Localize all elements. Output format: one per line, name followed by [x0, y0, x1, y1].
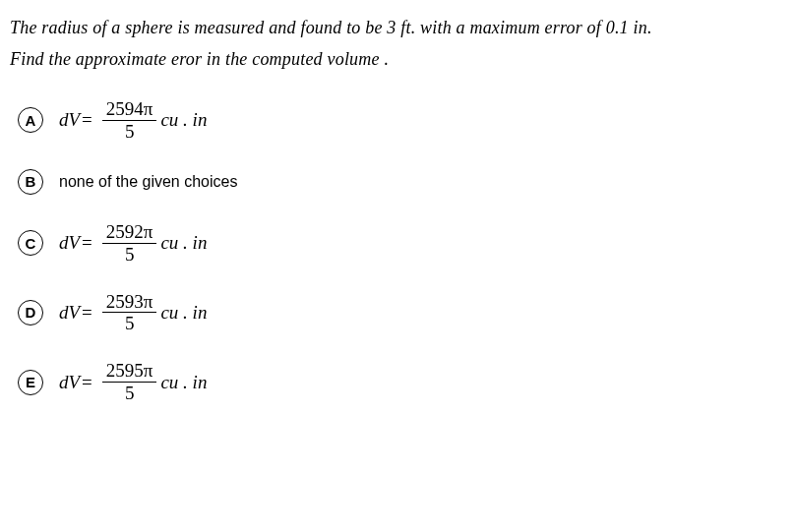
choice-c-fraction: 2592π 5 — [102, 222, 157, 265]
choice-a-unit: cu . in — [160, 109, 207, 131]
choice-b[interactable]: B none of the given choices — [18, 169, 784, 195]
choices-list: A dV = 2594π 5 cu . in B none of the giv… — [10, 99, 784, 404]
question-line-1: The radius of a sphere is measured and f… — [10, 12, 784, 43]
choice-letter-e: E — [18, 370, 43, 395]
choice-d-unit: cu . in — [160, 302, 207, 324]
choice-a-lhs: dV — [59, 109, 80, 131]
choice-c-den: 5 — [125, 244, 135, 265]
choice-e-lhs: dV — [59, 372, 80, 393]
choice-e-unit: cu . in — [160, 372, 207, 393]
choice-e-fraction: 2595π 5 — [102, 361, 157, 403]
choice-a[interactable]: A dV = 2594π 5 cu . in — [18, 99, 784, 142]
choice-a-den: 5 — [125, 121, 135, 142]
choice-letter-d: D — [18, 300, 43, 325]
choice-d-lhs: dV — [59, 302, 80, 324]
choice-letter-c: C — [18, 230, 43, 256]
choice-letter-a: A — [18, 107, 43, 133]
question-line-2: Find the approximate eror in the compute… — [10, 43, 784, 75]
choice-c[interactable]: C dV = 2592π 5 cu . in — [18, 222, 784, 265]
choice-c-lhs: dV — [59, 232, 80, 254]
choice-e-num: 2595π — [102, 361, 157, 383]
choice-d-fraction: 2593π 5 — [102, 292, 157, 334]
question-stem: The radius of a sphere is measured and f… — [10, 12, 784, 76]
choice-a-eq: = — [82, 109, 92, 131]
choice-e-den: 5 — [125, 383, 135, 403]
choice-letter-b: B — [18, 169, 43, 195]
choice-b-text: none of the given choices — [59, 173, 237, 191]
choice-d-den: 5 — [125, 313, 135, 333]
choice-d-num: 2593π — [102, 292, 157, 314]
choice-a-fraction: 2594π 5 — [102, 99, 157, 142]
choice-e-formula: dV = 2595π 5 cu . in — [59, 361, 207, 403]
choice-e-eq: = — [82, 372, 92, 393]
choice-a-formula: dV = 2594π 5 cu . in — [59, 99, 207, 142]
choice-c-eq: = — [82, 232, 92, 254]
choice-d-formula: dV = 2593π 5 cu . in — [59, 292, 207, 334]
choice-a-num: 2594π — [102, 99, 157, 121]
choice-c-num: 2592π — [102, 222, 157, 244]
choice-d-eq: = — [82, 302, 92, 324]
choice-c-formula: dV = 2592π 5 cu . in — [59, 222, 207, 265]
choice-d[interactable]: D dV = 2593π 5 cu . in — [18, 292, 784, 334]
choice-c-unit: cu . in — [160, 232, 207, 254]
choice-e[interactable]: E dV = 2595π 5 cu . in — [18, 361, 784, 403]
